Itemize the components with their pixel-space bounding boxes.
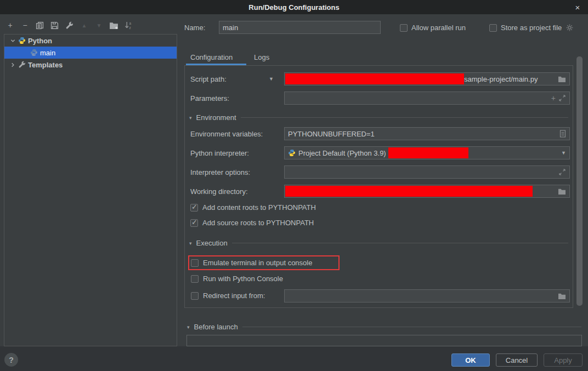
copy-configuration-icon[interactable] [35, 21, 44, 30]
svg-text:a: a [129, 21, 131, 25]
add-configuration-icon[interactable]: + [5, 21, 15, 30]
chevron-down-icon[interactable] [10, 38, 15, 43]
checkbox-checked[interactable] [190, 204, 198, 212]
environment-variables-input[interactable]: PYTHONUNBUFFERED=1 [284, 127, 570, 140]
parameters-field-icons: + [551, 94, 566, 102]
section-rule [241, 117, 568, 118]
redirect-input-checkbox[interactable]: Redirect input from: [191, 292, 265, 300]
tree-item-label: Templates [28, 61, 63, 69]
browse-folder-icon[interactable] [558, 188, 566, 195]
move-up-icon: ▲ [80, 21, 89, 30]
environment-variables-value: PYTHONUNBUFFERED=1 [288, 130, 375, 138]
name-input[interactable]: main [219, 21, 381, 34]
configurations-toolbar: + − ▲ ▼ az [5, 19, 133, 32]
script-path-dropdown-icon[interactable]: ▼ [269, 76, 274, 82]
script-path-value: sample-project/main.py [464, 75, 538, 83]
help-button[interactable]: ? [4, 353, 18, 367]
tree-item-label: Python [28, 37, 52, 45]
redirect-input-input[interactable] [284, 289, 570, 302]
checkbox-unchecked[interactable] [191, 275, 199, 283]
configurations-tree: Python main Templates [4, 34, 177, 346]
environment-variables-label: Environment variables: [190, 130, 263, 138]
section-rule [242, 327, 581, 327]
before-launch-task-list[interactable] [186, 335, 582, 346]
checkbox-unchecked[interactable] [489, 24, 497, 32]
move-down-icon: ▼ [94, 21, 104, 30]
add-content-roots-checkbox[interactable]: Add content roots to PYTHONPATH [190, 203, 316, 212]
environment-section-header[interactable]: ▾ Environment [189, 113, 568, 122]
store-as-project-file-label: Store as project file [501, 24, 562, 32]
python-interpreter-value: Project Default (Python 3.9) [298, 149, 386, 157]
apply-button: Apply [544, 353, 583, 367]
checkbox-unchecked[interactable] [191, 259, 199, 267]
parameters-label: Parameters: [190, 94, 229, 102]
section-rule [232, 243, 568, 243]
new-folder-icon[interactable] [109, 21, 118, 30]
interpreter-dropdown-icon[interactable]: ▼ [561, 150, 566, 156]
gear-icon[interactable] [566, 24, 574, 32]
edit-templates-wrench-icon[interactable] [65, 21, 74, 30]
add-source-roots-label: Add source roots to PYTHONPATH [202, 219, 314, 227]
checkbox-unchecked[interactable] [400, 24, 408, 32]
add-source-roots-checkbox[interactable]: Add source roots to PYTHONPATH [190, 219, 314, 227]
tab-configuration[interactable]: Configuration [190, 53, 233, 61]
dialog-titlebar: Run/Debug Configurations × [0, 0, 588, 14]
emulate-terminal-checkbox[interactable]: Emulate terminal in output console [191, 259, 312, 267]
redirect-input-label: Redirect input from: [203, 292, 265, 300]
svg-text:z: z [129, 25, 131, 29]
tree-item-templates[interactable]: Templates [4, 59, 177, 71]
script-path-input[interactable]: sample-project/main.py [284, 72, 570, 85]
before-launch-section-label: Before launch [194, 323, 238, 331]
allow-parallel-run-label: Allow parallel run [411, 24, 466, 32]
ok-button[interactable]: OK [451, 353, 490, 367]
python-interpreter-select[interactable]: Project Default (Python 3.9) ▼ [284, 146, 570, 159]
checkbox-checked[interactable] [190, 219, 198, 227]
store-as-project-file-checkbox[interactable]: Store as project file [489, 24, 574, 32]
close-icon[interactable]: × [570, 0, 585, 14]
parameters-input[interactable]: + [284, 92, 570, 105]
working-directory-input[interactable] [284, 185, 570, 198]
chevron-right-icon[interactable] [10, 62, 15, 67]
browse-folder-icon[interactable] [558, 76, 566, 83]
cancel-button[interactable]: Cancel [496, 353, 538, 367]
section-collapse-icon[interactable]: ▾ [189, 115, 192, 121]
sort-configurations-icon[interactable]: az [124, 21, 133, 30]
browse-folder-icon[interactable] [558, 293, 566, 300]
edit-variables-icon[interactable] [559, 130, 566, 138]
run-with-python-console-checkbox[interactable]: Run with Python Console [191, 275, 283, 283]
vertical-scrollbar-thumb[interactable] [576, 56, 583, 306]
section-collapse-icon[interactable]: ▾ [189, 241, 192, 246]
environment-section-label: Environment [196, 113, 236, 122]
expand-field-icon[interactable] [558, 168, 566, 176]
before-launch-section-header[interactable]: ▾ Before launch [187, 323, 581, 331]
tree-item-main[interactable]: main [4, 47, 177, 59]
execution-section-header[interactable]: ▾ Execution [189, 239, 568, 247]
tab-logs[interactable]: Logs [254, 53, 269, 61]
add-content-roots-label: Add content roots to PYTHONPATH [202, 203, 316, 212]
add-macro-icon[interactable]: + [551, 94, 556, 102]
question-mark-icon: ? [9, 356, 14, 364]
dialog-footer: ? OK Cancel Apply [0, 346, 588, 371]
run-with-python-console-label: Run with Python Console [203, 275, 283, 283]
allow-parallel-run-checkbox[interactable]: Allow parallel run [400, 24, 466, 32]
python-logo-icon [288, 149, 296, 157]
emulate-terminal-label: Emulate terminal in output console [203, 259, 312, 267]
interpreter-options-label: Interpreter options: [190, 168, 250, 176]
redaction-block [388, 147, 468, 158]
python-logo-icon [30, 49, 38, 56]
name-value: main [223, 24, 238, 32]
interpreter-options-input[interactable] [284, 165, 570, 179]
wrench-icon [18, 61, 26, 69]
save-configuration-icon[interactable] [50, 21, 59, 30]
tree-item-python[interactable]: Python [4, 35, 177, 47]
name-label: Name: [184, 24, 205, 32]
section-collapse-icon[interactable]: ▾ [187, 324, 190, 330]
expand-field-icon[interactable] [558, 94, 566, 102]
configuration-tab-panel: Script path: ▼ sample-project/main.py Pa… [184, 65, 573, 308]
remove-configuration-icon[interactable]: − [20, 21, 30, 30]
python-logo-icon [18, 37, 26, 44]
tree-item-label: main [40, 49, 55, 57]
checkbox-unchecked[interactable] [191, 292, 199, 300]
execution-section-label: Execution [196, 239, 228, 247]
redaction-block [285, 186, 533, 197]
